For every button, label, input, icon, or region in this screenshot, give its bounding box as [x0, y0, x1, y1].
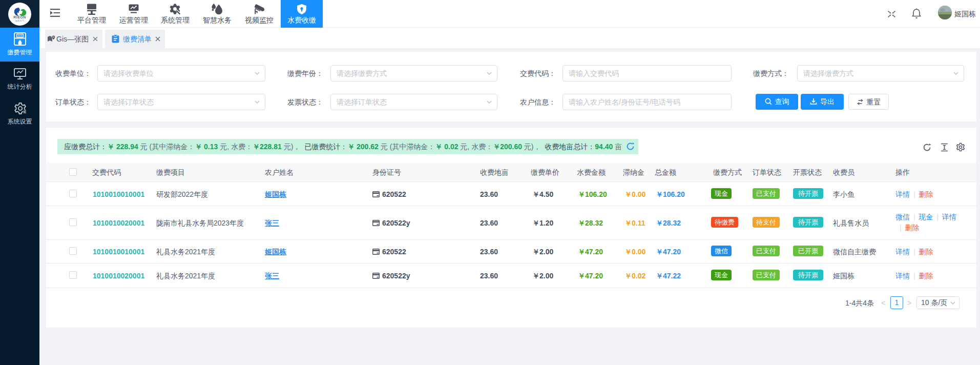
svg-text:瑞恩电气: 瑞恩电气 [15, 19, 25, 22]
svg-text:RIEON: RIEON [13, 15, 26, 19]
